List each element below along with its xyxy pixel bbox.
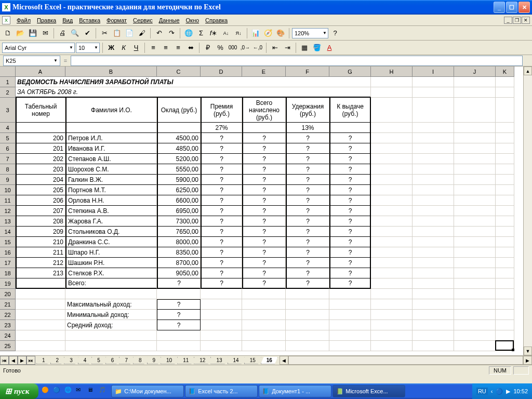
row-header-16[interactable]: 16 bbox=[0, 247, 16, 258]
table-row[interactable]: ? bbox=[242, 268, 286, 278]
table-row[interactable]: 6250,00 bbox=[157, 185, 201, 195]
font-color-button[interactable]: A bbox=[324, 42, 335, 54]
table-row[interactable]: 206 bbox=[16, 195, 65, 206]
row-header-23[interactable]: 23 bbox=[0, 320, 16, 330]
column-headers[interactable]: ABCDEFGHIJK bbox=[16, 66, 514, 77]
table-row[interactable]: ? bbox=[201, 258, 242, 268]
name-box[interactable]: K25▼ bbox=[3, 56, 60, 66]
table-row[interactable]: ? bbox=[242, 133, 286, 143]
table-row[interactable]: ? bbox=[242, 143, 286, 154]
summary-label[interactable]: Максимальный доход: bbox=[65, 299, 157, 310]
drawing-button[interactable]: 🎨 bbox=[275, 28, 286, 39]
table-row[interactable]: ? bbox=[201, 133, 242, 143]
menu-window[interactable]: Окно bbox=[186, 17, 200, 23]
tray-icon-3[interactable]: ▶ bbox=[506, 388, 510, 395]
ql-icon-6[interactable]: 🎵 bbox=[99, 387, 108, 396]
row-header-5[interactable]: 5 bbox=[0, 133, 16, 143]
row-header-12[interactable]: 12 bbox=[0, 206, 16, 216]
dec-indent-button[interactable]: ⇤ bbox=[269, 42, 281, 54]
clock[interactable]: 10:52 bbox=[513, 388, 528, 394]
row-header-20[interactable]: 20 bbox=[0, 289, 16, 299]
table-row[interactable]: ? bbox=[242, 195, 286, 206]
mdi-close[interactable]: ✕ bbox=[522, 17, 530, 24]
align-center-button[interactable]: ≡ bbox=[160, 42, 171, 54]
sheet-tab-9[interactable]: 9 bbox=[147, 357, 162, 364]
col-header-A[interactable]: A bbox=[16, 66, 65, 77]
align-right-button[interactable]: ≡ bbox=[172, 42, 184, 54]
sheet-tab-3[interactable]: 3 bbox=[64, 357, 78, 364]
row-header-15[interactable]: 15 bbox=[0, 237, 16, 247]
table-row[interactable]: 209 bbox=[16, 227, 65, 237]
table-row[interactable]: ? bbox=[329, 175, 371, 185]
col-header-J[interactable]: J bbox=[454, 66, 496, 77]
table-row[interactable]: ? bbox=[286, 164, 329, 175]
row-header-13[interactable]: 13 bbox=[0, 216, 16, 227]
table-row[interactable]: Стольникова О.Д. bbox=[65, 227, 157, 237]
table-row[interactable]: ? bbox=[329, 227, 371, 237]
comma-button[interactable]: 000 bbox=[227, 42, 238, 54]
ql-icon-5[interactable]: 🖥 bbox=[87, 387, 97, 396]
table-row[interactable]: ? bbox=[286, 268, 329, 278]
table-row[interactable]: ? bbox=[242, 216, 286, 227]
table-row[interactable]: Портнов М.Т. bbox=[65, 185, 157, 195]
maximize-button[interactable]: ☐ bbox=[506, 2, 517, 13]
merge-center-button[interactable]: ⬌ bbox=[185, 42, 196, 54]
table-row[interactable]: ? bbox=[201, 154, 242, 164]
table-row[interactable]: Степанов А.Ш. bbox=[65, 154, 157, 164]
row-header-8[interactable]: 8 bbox=[0, 164, 16, 175]
table-header-2[interactable]: Оклад (руб.) bbox=[157, 98, 201, 123]
paste-button[interactable]: 📄 bbox=[124, 28, 135, 39]
sheet-tabs[interactable]: 12345678910111213141516 bbox=[36, 357, 277, 364]
table-row[interactable]: ? bbox=[329, 185, 371, 195]
table-row[interactable]: ? bbox=[286, 258, 329, 268]
table-row[interactable]: ? bbox=[329, 258, 371, 268]
table-row[interactable]: ? bbox=[242, 206, 286, 216]
sheet-tab-7[interactable]: 7 bbox=[119, 357, 134, 364]
taskbar-task[interactable]: 📘Документ1 - ... bbox=[259, 385, 331, 397]
preview-button[interactable]: 🔍 bbox=[69, 28, 81, 39]
underline-button[interactable]: Ч bbox=[130, 42, 142, 54]
menu-edit[interactable]: Правка bbox=[37, 17, 56, 23]
table-row[interactable]: ? bbox=[201, 216, 242, 227]
row-header-2[interactable]: 2 bbox=[0, 87, 16, 98]
summary-value[interactable]: ? bbox=[157, 299, 201, 310]
vscroll-track[interactable] bbox=[524, 75, 532, 347]
table-row[interactable]: ? bbox=[286, 227, 329, 237]
table-row[interactable]: Степкина А.В. bbox=[65, 206, 157, 216]
col-header-D[interactable]: D bbox=[201, 66, 242, 77]
fx-button[interactable]: f∗ bbox=[208, 28, 219, 39]
row-header-22[interactable]: 22 bbox=[0, 310, 16, 320]
ql-icon-3[interactable]: 🌐 bbox=[64, 387, 74, 396]
table-row[interactable]: 204 bbox=[16, 175, 65, 185]
table-row[interactable]: ? bbox=[329, 164, 371, 175]
row-header-17[interactable]: 17 bbox=[0, 258, 16, 268]
start-button[interactable]: ⊞пуск bbox=[0, 383, 38, 399]
table-row[interactable]: Иванова И.Г. bbox=[65, 143, 157, 154]
scroll-down-button[interactable]: ▼ bbox=[524, 347, 532, 355]
table-row[interactable]: ? bbox=[286, 247, 329, 258]
table-row[interactable]: ? bbox=[242, 247, 286, 258]
sheet-tab-1[interactable]: 1 bbox=[36, 357, 51, 364]
table-row[interactable]: ? bbox=[201, 185, 242, 195]
ql-icon-1[interactable]: 🟠 bbox=[42, 387, 51, 396]
bold-button[interactable]: Ж bbox=[105, 42, 117, 54]
tab-nav-next[interactable]: ▶ bbox=[18, 356, 26, 365]
sheet-tab-13[interactable]: 13 bbox=[210, 357, 228, 364]
language-indicator[interactable]: RU bbox=[476, 388, 488, 395]
mdi-restore[interactable]: ❐ bbox=[513, 17, 521, 24]
italic-button[interactable]: К bbox=[118, 42, 129, 54]
ql-icon-4[interactable]: ✉ bbox=[76, 387, 85, 396]
row-header-19[interactable]: 19 bbox=[0, 278, 16, 289]
row-header-11[interactable]: 11 bbox=[0, 195, 16, 206]
table-row[interactable]: 8700,00 bbox=[157, 258, 201, 268]
summary-label[interactable]: Минимальный доход: bbox=[65, 310, 157, 320]
close-button[interactable]: ✕ bbox=[518, 2, 530, 13]
table-row[interactable]: ? bbox=[286, 185, 329, 195]
table-row[interactable]: ? bbox=[201, 237, 242, 247]
col-header-K[interactable]: K bbox=[496, 66, 514, 77]
row-header-14[interactable]: 14 bbox=[0, 227, 16, 237]
dec-decimal-button[interactable]: ←,0 bbox=[252, 42, 263, 54]
table-row[interactable]: 203 bbox=[16, 164, 65, 175]
sheet-tab-10[interactable]: 10 bbox=[161, 357, 178, 364]
sheet-title[interactable]: ВЕДОМОСТЬ НАЧИСЛЕНИЯ ЗАРАБОТНОЙ ПЛАТЫ bbox=[16, 77, 371, 87]
